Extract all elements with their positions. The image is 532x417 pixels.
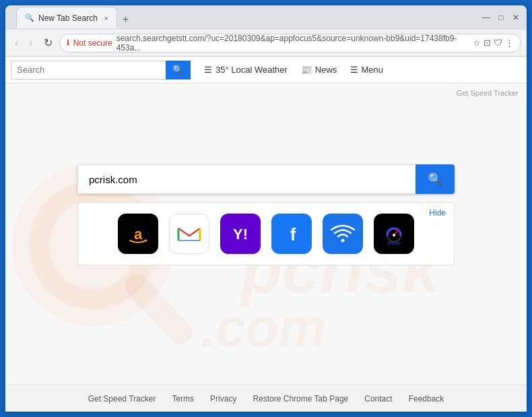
svg-point-18 (393, 234, 395, 236)
not-secure-label: Not secure (73, 38, 112, 48)
shortcuts-icons: a (89, 214, 443, 254)
footer-link-contact[interactable]: Contact (364, 394, 392, 404)
main-search-icon: 🔍 (428, 172, 442, 187)
weather-text: 35° Local Weather (215, 65, 288, 75)
tab-close-btn[interactable]: × (104, 14, 108, 22)
bookmark-icon[interactable]: ☆ (473, 38, 481, 48)
address-text: search.searchgetstt.com/?uc=20180309&ap=… (117, 34, 469, 53)
footer-link-restore[interactable]: Restore Chrome Tab Page (253, 394, 348, 404)
shortcut-amazon[interactable]: a (118, 214, 158, 254)
browser-window: 🔍 New Tab Search × + — □ ✕ ‹ › ↻ ℹ Not s… (5, 5, 527, 412)
toolbar-search-input[interactable] (11, 61, 166, 79)
news-text: News (315, 65, 337, 75)
shortcut-gmail[interactable] (169, 214, 209, 254)
svg-line-2 (137, 286, 180, 333)
shortcut-facebook[interactable]: f (271, 214, 312, 254)
svg-text:SPEED: SPEED (387, 241, 401, 245)
tab-bar: 🔍 New Tab Search × + (11, 7, 137, 28)
main-search-input[interactable] (77, 164, 415, 194)
weather-icon: ☰ (204, 65, 212, 75)
refresh-button[interactable]: ↻ (40, 34, 57, 52)
hamburger-icon: ☰ (350, 65, 358, 75)
address-bar[interactable]: ℹ Not secure search.searchgetstt.com/?uc… (59, 34, 521, 53)
get-speed-tracker-label: Get Speed Tracker (457, 89, 519, 97)
main-search-bar: 🔍 (77, 164, 455, 194)
news-widget[interactable]: 📰 News (301, 65, 337, 75)
facebook-icon: f (278, 220, 305, 247)
title-bar: 🔍 New Tab Search × + — □ ✕ (5, 5, 527, 30)
close-button[interactable]: ✕ (510, 12, 521, 23)
main-search-button[interactable]: 🔍 (415, 164, 455, 194)
shortcut-yahoo[interactable]: Y! (220, 214, 261, 254)
navigation-bar: ‹ › ↻ ℹ Not secure search.searchgetstt.c… (5, 30, 527, 57)
more-icon[interactable]: ⋮ (505, 38, 514, 48)
shield-icon[interactable]: 🛡 (494, 38, 502, 48)
search-container: 🔍 Hide a (77, 164, 455, 265)
shortcut-wifi[interactable] (323, 214, 363, 254)
speed-icon: SPEED (380, 220, 407, 247)
svg-point-14 (341, 239, 345, 243)
amazon-icon: a (125, 220, 152, 247)
shortcut-speed[interactable]: SPEED (374, 214, 414, 254)
toolbar-search-icon: 🔍 (172, 65, 184, 75)
maximize-button[interactable]: □ (496, 12, 506, 23)
shortcuts-panel: Hide a (77, 202, 455, 265)
search-toolbar: 🔍 ☰ 35° Local Weather 📰 News ☰ Menu (5, 57, 527, 84)
gmail-icon (176, 220, 203, 247)
svg-text:a: a (134, 226, 143, 243)
yahoo-icon: Y! (227, 220, 254, 247)
forward-button[interactable]: › (25, 34, 36, 52)
minimize-button[interactable]: — (481, 12, 492, 23)
menu-label: Menu (361, 65, 383, 75)
footer: Get Speed Tracker Terms Privacy Restore … (5, 385, 527, 412)
cast-icon[interactable]: ⊡ (484, 38, 491, 48)
svg-text:Y!: Y! (233, 226, 248, 243)
footer-link-speed-tracker[interactable]: Get Speed Tracker (88, 394, 156, 404)
address-icons: ☆ ⊡ 🛡 ⋮ (473, 38, 514, 48)
footer-link-feedback[interactable]: Feedback (409, 394, 444, 404)
not-secure-icon: ℹ (67, 38, 69, 47)
footer-link-privacy[interactable]: Privacy (210, 394, 236, 404)
window-controls: — □ ✕ (481, 12, 521, 23)
shortcuts-hide-button[interactable]: Hide (429, 208, 446, 218)
menu-button[interactable]: ☰ Menu (350, 65, 383, 75)
svg-text:f: f (290, 224, 296, 245)
wifi-icon (329, 220, 356, 247)
tab-title: New Tab Search (38, 13, 98, 23)
svg-text:.com: .com (201, 298, 327, 358)
tab-search-icon: 🔍 (25, 13, 34, 22)
footer-link-terms[interactable]: Terms (172, 394, 194, 404)
main-content: pcrisk .com Get Speed Tracker 🔍 Hide a (5, 84, 527, 385)
active-tab[interactable]: 🔍 New Tab Search × (16, 7, 117, 28)
toolbar-search-button[interactable]: 🔍 (166, 61, 191, 79)
toolbar-widgets: ☰ 35° Local Weather 📰 News ☰ Menu (204, 65, 383, 75)
weather-widget[interactable]: ☰ 35° Local Weather (204, 65, 288, 75)
back-button[interactable]: ‹ (11, 34, 22, 52)
new-tab-button[interactable]: + (120, 11, 131, 28)
news-icon: 📰 (301, 65, 312, 75)
